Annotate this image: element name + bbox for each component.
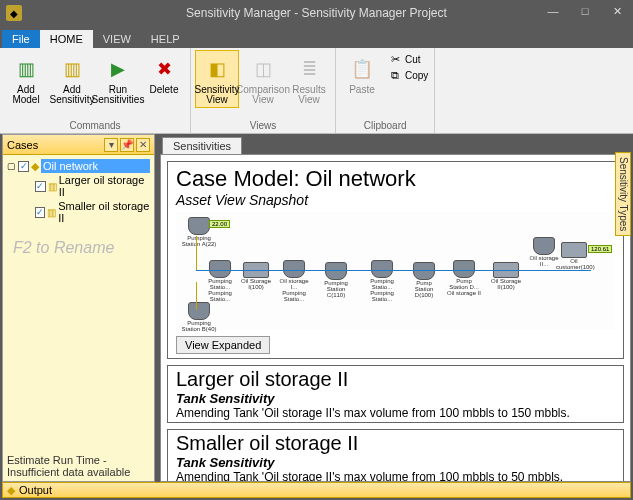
case-model-box: Case Model: Oil network Asset View Snaps…	[167, 161, 624, 359]
diagram-node[interactable]: Pumping Station B(40)	[181, 302, 217, 332]
window-title: Sensitivity Manager - Sensitivity Manage…	[186, 6, 447, 20]
output-bar[interactable]: ◆ Output	[2, 482, 631, 498]
pane-pin-icon[interactable]: 📌	[120, 138, 134, 152]
cases-pane-header: Cases ▾ 📌 ✕	[3, 135, 154, 155]
results-view-button[interactable]: ≣ Results View	[287, 50, 331, 108]
node-icon	[413, 262, 435, 280]
sensitivities-tab-header: Sensitivities	[160, 134, 631, 154]
sensitivity-1-title: Smaller oil storage II	[176, 432, 615, 455]
tab-home[interactable]: HOME	[40, 30, 93, 48]
ribbon-group-clipboard: 📋 Paste ✂Cut ⧉Copy Clipboard	[336, 48, 435, 133]
node-label: Oil Storage I(100)	[238, 278, 274, 290]
tab-view[interactable]: VIEW	[93, 30, 141, 48]
node-label: Pump Station D... Oil storage II	[446, 278, 482, 296]
diagram-node[interactable]: Pump Station D(100)	[406, 262, 442, 298]
tree-child-0-label: Larger oil storage II	[59, 174, 150, 198]
tree-root-icon: ◆	[31, 160, 39, 173]
sensitivity-view-icon: ◧	[203, 55, 231, 83]
add-sensitivity-button[interactable]: ▥ Add Sensitivity	[50, 50, 94, 108]
node-icon	[325, 262, 347, 280]
sensitivity-item-1: Smaller oil storage II Tank Sensitivity …	[167, 429, 624, 482]
cut-button[interactable]: ✂Cut	[388, 52, 428, 66]
delete-icon: ✖	[150, 55, 178, 83]
tab-help[interactable]: HELP	[141, 30, 190, 48]
node-label: Pumping Statio... Pumping Statio...	[202, 278, 238, 302]
node-icon	[453, 260, 475, 278]
menu-tabs: File HOME VIEW HELP	[0, 26, 633, 48]
paste-icon: 📋	[348, 55, 376, 83]
results-view-icon: ≣	[295, 55, 323, 83]
minimize-button[interactable]: —	[537, 0, 569, 22]
add-model-icon: ▥	[12, 55, 40, 83]
sensitivity-view-button[interactable]: ◧ Sensitivity View	[195, 50, 239, 108]
rename-hint: F2 to Rename	[13, 239, 144, 257]
sensitivities-tab[interactable]: Sensitivities	[162, 137, 242, 154]
run-time-status: Estimate Run Time - Insufficient data av…	[3, 451, 154, 481]
cases-tree: ▢ ✓ ◆ Oil network ✓ ▥ Larger oil storage…	[3, 155, 154, 451]
delete-button[interactable]: ✖ Delete	[142, 50, 186, 108]
run-sensitivities-button[interactable]: ▶ Run Sensitivities	[96, 50, 140, 108]
cut-copy-column: ✂Cut ⧉Copy	[386, 50, 430, 98]
main-area: Cases ▾ 📌 ✕ ▢ ✓ ◆ Oil network ✓ ▥ Larger…	[2, 134, 631, 482]
asset-view-label: Asset View Snapshot	[176, 192, 615, 208]
tree-child-1-checkbox[interactable]: ✓	[35, 207, 45, 218]
comparison-view-icon: ◫	[249, 55, 277, 83]
cases-pane-title: Cases	[7, 139, 38, 151]
node-label: Pumping Station B(40)	[181, 320, 217, 332]
ribbon-group-clipboard-label: Clipboard	[364, 120, 407, 133]
node-label: Oil storage I... Pumping Statio...	[276, 278, 312, 302]
diagram-node[interactable]: Pumping Statio... Pumping Statio...	[202, 260, 238, 302]
paste-button[interactable]: 📋 Paste	[340, 50, 384, 98]
pane-close-icon[interactable]: ✕	[136, 138, 150, 152]
cut-icon: ✂	[388, 52, 402, 66]
document-icon: ▥	[47, 207, 56, 218]
diagram-node[interactable]: Oil storage I... Pumping Statio...	[276, 260, 312, 302]
pane-dropdown-icon[interactable]: ▾	[104, 138, 118, 152]
node-label: Pumping Statio... Pumping Statio...	[364, 278, 400, 302]
view-expanded-button[interactable]: View Expanded	[176, 336, 270, 354]
diagram-node[interactable]: Pumping Statio... Pumping Statio...	[364, 260, 400, 302]
sensitivity-item-0: Larger oil storage II Tank Sensitivity A…	[167, 365, 624, 423]
maximize-button[interactable]: □	[569, 0, 601, 22]
tree-root-checkbox[interactable]: ✓	[18, 161, 29, 172]
node-label: Pumping Station A(22)	[181, 235, 217, 247]
sensitivity-0-desc: Amending Tank 'Oil storage II's max volu…	[176, 406, 615, 420]
play-icon: ▶	[104, 55, 132, 83]
node-label: Pump Station D(100)	[406, 280, 442, 298]
add-model-button[interactable]: ▥ Add Model	[4, 50, 48, 108]
asset-diagram[interactable]: Pumping Station A(22)Pumping Station B(4…	[176, 212, 615, 330]
add-sensitivity-icon: ▥	[58, 55, 86, 83]
node-icon	[209, 260, 231, 278]
close-button[interactable]: ✕	[601, 0, 633, 22]
sensitivity-types-sidetab[interactable]: Sensitivity Types	[615, 152, 631, 236]
node-icon	[561, 242, 587, 258]
tree-child-0-checkbox[interactable]: ✓	[35, 181, 46, 192]
node-label: Oil Storage II(100)	[488, 278, 524, 290]
node-label: Oil customer(100)	[556, 258, 592, 270]
tree-child-1-label: Smaller oil storage II	[58, 200, 150, 224]
node-icon	[533, 237, 555, 255]
diagram-value-badge: 22.00	[209, 220, 230, 228]
tab-file[interactable]: File	[2, 30, 40, 48]
tree-child-1[interactable]: ✓ ▥ Smaller oil storage II	[35, 199, 150, 225]
output-label: Output	[19, 484, 52, 496]
node-icon	[188, 302, 210, 320]
ribbon: ▥ Add Model ▥ Add Sensitivity ▶ Run Sens…	[0, 48, 633, 134]
diagram-node[interactable]: Pump Station D... Oil storage II	[446, 260, 482, 296]
copy-button[interactable]: ⧉Copy	[388, 68, 428, 82]
title-bar: ◆ Sensitivity Manager - Sensitivity Mana…	[0, 0, 633, 26]
diagram-node[interactable]: Oil Storage I(100)	[238, 262, 274, 290]
diagram-node[interactable]: Oil Storage II(100)	[488, 262, 524, 290]
ribbon-group-commands: ▥ Add Model ▥ Add Sensitivity ▶ Run Sens…	[0, 48, 191, 133]
tree-root[interactable]: Oil network	[41, 159, 150, 173]
tree-child-0[interactable]: ✓ ▥ Larger oil storage II	[35, 173, 150, 199]
ribbon-group-commands-label: Commands	[69, 120, 120, 133]
tree-expand-icon[interactable]: ▢	[7, 161, 16, 171]
diagram-node[interactable]: Oil customer(100)	[556, 242, 592, 270]
sensitivity-1-desc: Amending Tank 'Oil storage II's max volu…	[176, 470, 615, 482]
diagram-node[interactable]: Pumping Station C(110)	[318, 262, 354, 298]
sensitivity-0-title: Larger oil storage II	[176, 368, 615, 391]
comparison-view-button[interactable]: ◫ Comparison View	[241, 50, 285, 108]
node-icon	[188, 217, 210, 235]
node-icon	[283, 260, 305, 278]
